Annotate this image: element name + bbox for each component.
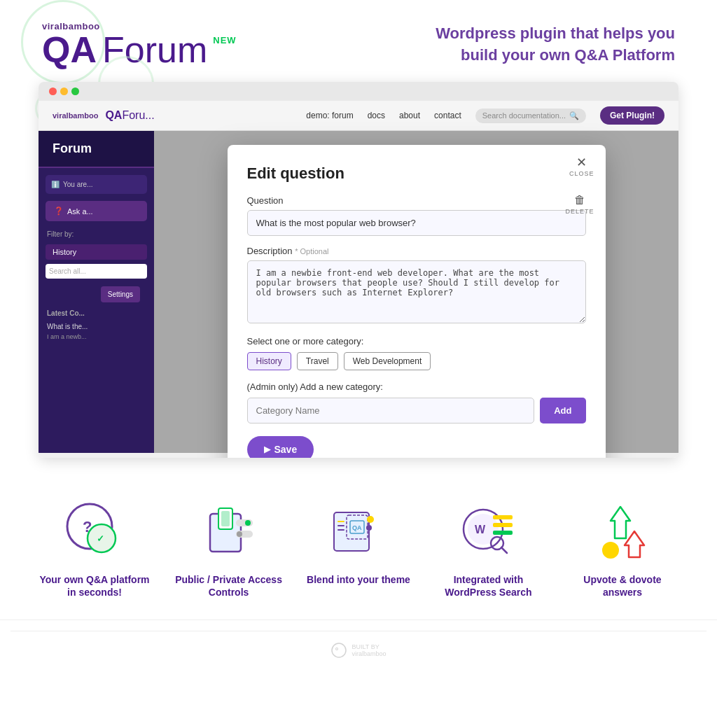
footer-logo: BUILT BY viralbamboo: [330, 642, 386, 659]
question-input[interactable]: [247, 210, 586, 236]
svg-rect-15: [337, 529, 344, 531]
main-content: Edit question ✕ CLOSE 🗑 DELETE Questi: [154, 131, 678, 453]
access-svg: [197, 500, 260, 563]
nav-dots: [49, 88, 79, 95]
filter-label: Filter by:: [39, 227, 154, 241]
qa-platform-svg: ? ✓: [63, 500, 126, 563]
browser-nav-bar: [39, 82, 678, 101]
svg-point-31: [332, 643, 346, 657]
svg-point-19: [366, 525, 372, 531]
nav-dot-red: [49, 88, 57, 95]
modal-close-button[interactable]: ✕ CLOSE: [569, 156, 594, 177]
svg-line-27: [501, 547, 507, 553]
svg-rect-6: [221, 511, 230, 526]
feature-icon-access: [197, 500, 260, 563]
latest-item: What is the...: [39, 321, 154, 332]
feature-label-upvote: Upvote & dovote answers: [566, 573, 678, 598]
nav-link-demo[interactable]: demo: forum: [306, 111, 353, 120]
category-tag-travel[interactable]: Travel: [297, 352, 338, 370]
delete-label: DELETE: [565, 208, 594, 215]
delete-icon: 🗑: [574, 194, 585, 206]
nav-logo-forum: Foru...: [122, 109, 154, 122]
wp-search-svg: W: [457, 500, 520, 563]
get-plugin-button[interactable]: Get Plugin!: [600, 106, 664, 125]
sidebar-info-text: You are...: [63, 181, 92, 188]
category-tags: History Travel Web Development: [247, 352, 586, 370]
nav-links: demo: forum docs about contact Search do…: [306, 106, 664, 125]
footer-icon: [330, 642, 347, 659]
header-tagline: Wordpress plugin that helps you build yo…: [409, 23, 675, 66]
sidebar: Forum ℹ️ You are... ❓ Ask a... Filter by…: [39, 131, 154, 453]
site-header: viralbamboo QA Forum NEW Wordpress plugi…: [0, 0, 717, 75]
settings-button[interactable]: Settings: [101, 286, 140, 302]
description-label: Description * Optional: [247, 246, 586, 256]
feature-access-controls: Public / Private Access Controls: [173, 500, 285, 598]
feature-icon-blend: QA: [327, 500, 390, 563]
site-navigation: viralbamboo QA Foru... demo: forum docs …: [39, 101, 678, 131]
add-category-button[interactable]: Add: [540, 398, 585, 424]
site-footer: BUILT BY viralbamboo: [0, 620, 717, 669]
feature-blend-theme: QA Blend into your theme: [307, 500, 410, 586]
nav-dot-yellow: [60, 88, 68, 95]
category-tag-web-dev[interactable]: Web Development: [344, 352, 431, 370]
nav-link-about[interactable]: about: [399, 111, 420, 120]
svg-point-33: [336, 648, 337, 650]
category-section-label: Select one or more category:: [247, 336, 586, 346]
feature-upvote: Upvote & dovote answers: [566, 500, 678, 598]
svg-text:W: W: [475, 524, 486, 536]
browser-frame: viralbamboo QA Foru... demo: forum docs …: [39, 82, 678, 458]
close-label: CLOSE: [569, 170, 594, 177]
nav-link-contact[interactable]: contact: [434, 111, 461, 120]
svg-marker-28: [611, 507, 630, 538]
modal-overlay: Edit question ✕ CLOSE 🗑 DELETE Questi: [154, 131, 678, 453]
search-all-input[interactable]: Search all...: [46, 264, 147, 279]
save-icon: ▶: [264, 444, 270, 454]
ask-icon: ❓: [54, 206, 64, 216]
info-icon: ℹ️: [51, 181, 60, 188]
save-button[interactable]: ▶ Save: [247, 436, 314, 458]
deco-circle-1: [21, 0, 105, 84]
edit-question-modal: Edit question ✕ CLOSE 🗑 DELETE Questi: [228, 145, 606, 458]
svg-text:✓: ✓: [97, 533, 104, 544]
modal-title: Edit question: [247, 164, 586, 183]
nav-link-docs[interactable]: docs: [368, 111, 385, 120]
admin-section-label: (Admin only) Add a new category:: [247, 382, 586, 392]
features-section: ? ✓ Your own Q&A platform in seconds! Pu…: [0, 465, 717, 620]
nav-dot-green: [71, 88, 79, 95]
feature-qa-platform: ? ✓ Your own Q&A platform in seconds!: [39, 500, 151, 598]
feature-label-wp: Integrated with WordPress Search: [432, 573, 544, 598]
sidebar-info: ℹ️ You are...: [46, 175, 147, 194]
ask-button[interactable]: ❓ Ask a...: [46, 201, 147, 221]
logo-new: NEW: [213, 35, 236, 46]
filter-tag-history[interactable]: History: [46, 244, 147, 260]
search-placeholder-text: Search documentation...: [482, 111, 566, 120]
svg-rect-23: [493, 515, 513, 519]
svg-marker-29: [625, 531, 644, 557]
category-tag-history[interactable]: History: [247, 352, 291, 370]
feature-label-qa: Your own Q&A platform in seconds!: [39, 573, 151, 598]
svg-rect-14: [337, 525, 344, 526]
feature-wp-search: W Integrated with WordPress Search: [432, 500, 544, 598]
search-icon: 🔍: [569, 111, 579, 120]
nav-brand: viralbamboo: [53, 111, 98, 120]
svg-point-18: [367, 516, 374, 523]
description-textarea[interactable]: I am a newbie front-end web developer. W…: [247, 260, 586, 323]
modal-delete-button[interactable]: 🗑 DELETE: [565, 194, 594, 215]
svg-point-10: [237, 531, 242, 537]
question-label: Question: [247, 195, 586, 206]
svg-point-30: [602, 542, 619, 559]
feature-label-blend: Blend into your theme: [307, 573, 410, 586]
browser-content: viralbamboo QA Foru... demo: forum docs …: [39, 101, 678, 458]
feature-icon-wp: W: [457, 500, 520, 563]
latest-item-sub: I am a newb...: [39, 332, 154, 346]
blend-svg: QA: [327, 500, 390, 563]
admin-input-row: Add: [247, 398, 586, 424]
svg-rect-25: [493, 531, 513, 535]
search-bar[interactable]: Search documentation... 🔍: [475, 108, 586, 123]
footer-built-by: BUILT BY: [351, 643, 379, 650]
feature-icon-upvote: [591, 500, 654, 563]
page-body: Forum ℹ️ You are... ❓ Ask a... Filter by…: [39, 131, 678, 453]
feature-icon-qa: ? ✓: [63, 500, 126, 563]
close-x-icon: ✕: [576, 156, 587, 169]
category-name-input[interactable]: [247, 398, 535, 424]
